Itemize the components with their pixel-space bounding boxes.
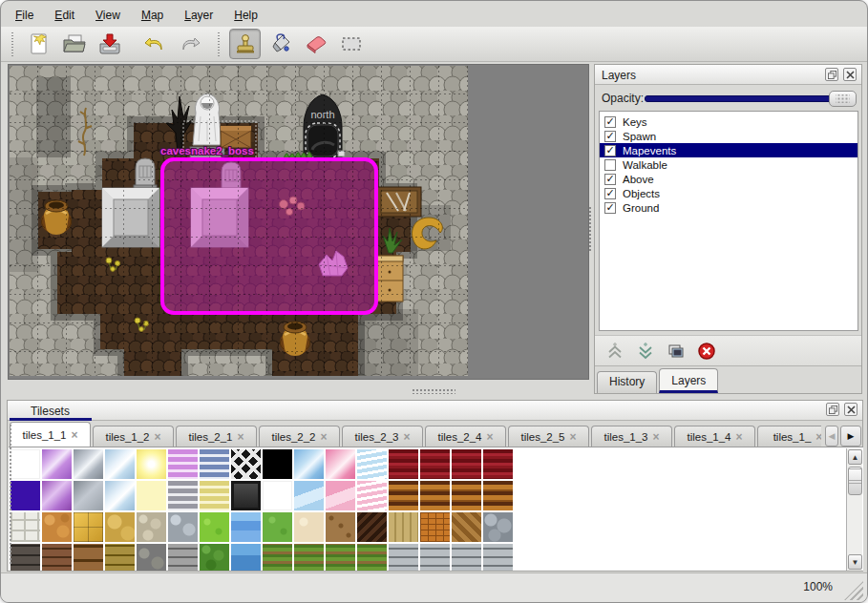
- raise-layer-button[interactable]: [604, 341, 625, 362]
- layer-visibility-checkbox[interactable]: ✓: [604, 116, 616, 128]
- float-panel-icon[interactable]: [825, 68, 838, 81]
- tile-plaque[interactable]: [231, 481, 261, 510]
- tile-stripe-blue[interactable]: [200, 449, 229, 479]
- tile-tile-yellow[interactable]: [74, 512, 103, 542]
- tile-water[interactable]: [231, 512, 261, 542]
- tile-glass-gray[interactable]: [74, 449, 103, 479]
- float-tilesets-icon[interactable]: [826, 403, 839, 416]
- tile-black[interactable]: [263, 449, 292, 479]
- tileset-tab-tiles_2_2[interactable]: tiles_2_2×: [259, 426, 340, 447]
- opacity-slider-handle[interactable]: [829, 91, 857, 107]
- resize-grip[interactable]: [844, 581, 863, 600]
- undo-button[interactable]: [138, 29, 170, 59]
- tile-slat-blue[interactable]: [357, 449, 387, 479]
- tileset-tab-tiles_2_5[interactable]: tiles_2_5×: [508, 426, 589, 447]
- tile-pebble-beige[interactable]: [137, 512, 166, 542]
- tile-crack-yellow[interactable]: [105, 512, 135, 542]
- layer-list[interactable]: ✓Keys✓Spawn✓MapeventsWalkable✓Above✓Obje…: [599, 111, 858, 331]
- tile-water-wall[interactable]: [231, 544, 261, 571]
- tab-close-icon[interactable]: ×: [155, 431, 161, 443]
- tile-crops[interactable]: [294, 544, 324, 571]
- tile-wall-yellowstone[interactable]: [105, 544, 135, 571]
- tile-glass-pink-sm[interactable]: [326, 481, 355, 510]
- tab-close-icon[interactable]: ×: [72, 429, 78, 441]
- tileset-tab-tiles_1[interactable]: tiles_1_×: [757, 426, 821, 447]
- tileset-tab-tiles_1_2[interactable]: tiles_1_2×: [93, 426, 174, 447]
- tile-sand[interactable]: [294, 512, 324, 542]
- tile-wall-bigbrick[interactable]: [74, 544, 103, 571]
- duplicate-layer-button[interactable]: [666, 341, 687, 362]
- scroll-up-icon[interactable]: ▲: [848, 449, 862, 465]
- tile-herringbone[interactable]: [452, 512, 481, 542]
- tile-stones-gray[interactable]: [483, 512, 513, 542]
- tile-crops[interactable]: [263, 544, 292, 571]
- scrollbar-thumb[interactable]: [848, 467, 862, 495]
- tile-cobble-orange[interactable]: [42, 512, 72, 542]
- tile-wood-planks[interactable]: [483, 481, 513, 510]
- tile-grass-bright[interactable]: [200, 512, 229, 542]
- eraser-tool-button[interactable]: [300, 29, 331, 59]
- tilesets-drag-handle[interactable]: [9, 424, 13, 565]
- layer-row-ground[interactable]: ✓Ground: [600, 200, 857, 215]
- stamp-tool-button[interactable]: [229, 29, 261, 59]
- tile-dirt-dots[interactable]: [326, 512, 355, 542]
- map-viewport[interactable]: north: [8, 64, 589, 380]
- lower-layer-button[interactable]: [635, 341, 656, 362]
- tile-white[interactable]: [11, 449, 40, 479]
- tile-pebble-gray[interactable]: [168, 512, 198, 542]
- menu-item-file[interactable]: File: [7, 6, 42, 25]
- tile-brick-gray[interactable]: [420, 544, 450, 571]
- tileset-scrollbar[interactable]: ▲ ▼: [846, 448, 862, 571]
- fill-tool-button[interactable]: [265, 29, 296, 59]
- toolbar-drag-handle[interactable]: [11, 31, 15, 56]
- tile-wall-graybrick[interactable]: [168, 544, 198, 571]
- menu-item-map[interactable]: Map: [133, 6, 172, 25]
- tile-curtain-red[interactable]: [452, 449, 481, 479]
- redo-button[interactable]: [174, 29, 205, 59]
- tab-scroll-right-button[interactable]: ▶: [840, 426, 861, 447]
- layer-visibility-checkbox[interactable]: ✓: [604, 174, 616, 185]
- tile-glass-ice[interactable]: [105, 481, 135, 510]
- tile-curtain-red[interactable]: [389, 449, 418, 479]
- layer-row-above[interactable]: ✓Above: [600, 172, 857, 186]
- tile-crops[interactable]: [326, 544, 355, 571]
- tile-slat-pink[interactable]: [357, 481, 387, 510]
- tile-brick-gray[interactable]: [452, 544, 481, 571]
- tile-white[interactable]: [263, 481, 292, 510]
- toolbar-drag-handle-2[interactable]: [217, 31, 222, 56]
- tile-brick-gray[interactable]: [389, 544, 418, 571]
- tile-wall-graypebble[interactable]: [137, 544, 166, 571]
- tile-grass-green[interactable]: [263, 512, 292, 542]
- tile-glow-yellow[interactable]: [137, 449, 166, 479]
- tile-stripe-gray[interactable]: [168, 481, 198, 510]
- tile-lattice[interactable]: [231, 449, 261, 479]
- map-canvas[interactable]: north: [10, 66, 468, 376]
- tile-grid[interactable]: [11, 449, 513, 571]
- tab-close-icon[interactable]: ×: [321, 431, 328, 443]
- tab-close-icon[interactable]: ×: [570, 431, 577, 443]
- layer-row-walkable[interactable]: Walkable: [600, 157, 857, 172]
- tileset-tab-tiles_1_1[interactable]: tiles_1_1×: [10, 422, 91, 447]
- tile-wood-planks[interactable]: [389, 481, 418, 510]
- layer-visibility-checkbox[interactable]: [604, 159, 616, 171]
- delete-layer-button[interactable]: [696, 341, 717, 362]
- menu-item-edit[interactable]: Edit: [46, 6, 83, 25]
- layer-row-mapevents[interactable]: ✓Mapevents: [600, 143, 857, 157]
- menu-item-layer[interactable]: Layer: [176, 6, 222, 25]
- menu-item-help[interactable]: Help: [225, 6, 266, 25]
- tab-history[interactable]: History: [597, 371, 657, 393]
- save-map-button[interactable]: [94, 29, 125, 59]
- tab-scroll-left-button[interactable]: ◀: [825, 426, 838, 447]
- scroll-down-icon[interactable]: ▼: [848, 554, 862, 570]
- tile-stripe-yellow[interactable]: [200, 481, 229, 510]
- tab-layers[interactable]: Layers: [659, 368, 718, 393]
- layers-dock-header[interactable]: Layers: [595, 65, 861, 85]
- open-map-button[interactable]: [58, 29, 90, 59]
- tile-glass-gray2[interactable]: [74, 481, 103, 510]
- new-map-button[interactable]: [23, 29, 54, 59]
- tile-pale-yellow[interactable]: [137, 481, 166, 510]
- tile-curtain-red[interactable]: [483, 449, 513, 479]
- tileset-tab-tiles_2_4[interactable]: tiles_2_4×: [425, 426, 506, 447]
- tileset-tab-tiles_1_4[interactable]: tiles_1_4×: [674, 426, 755, 447]
- tab-close-icon[interactable]: ×: [736, 431, 743, 443]
